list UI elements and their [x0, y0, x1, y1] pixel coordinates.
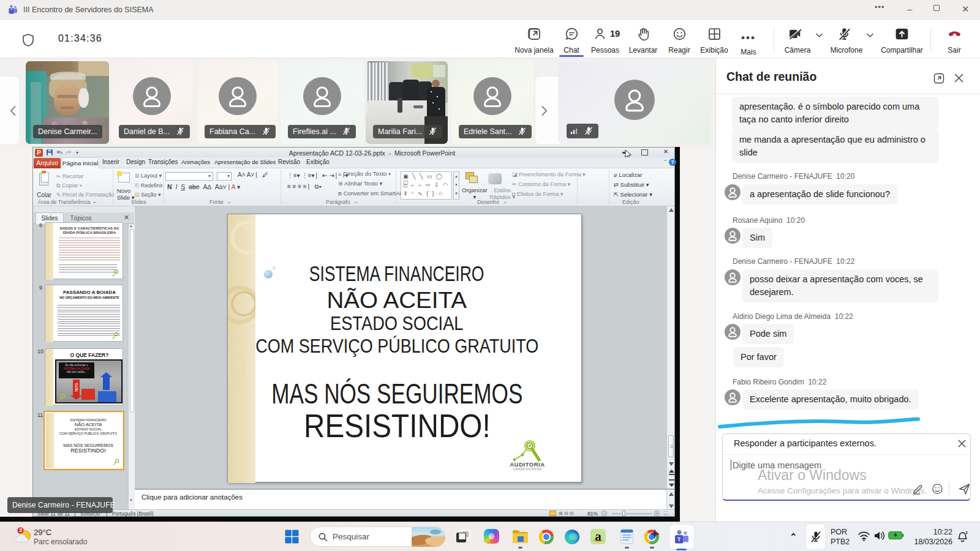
svg-text:T: T	[677, 536, 681, 542]
svg-text:z: z	[966, 530, 968, 534]
svg-text:T: T	[10, 9, 12, 12]
svg-text:3: 3	[19, 527, 22, 533]
